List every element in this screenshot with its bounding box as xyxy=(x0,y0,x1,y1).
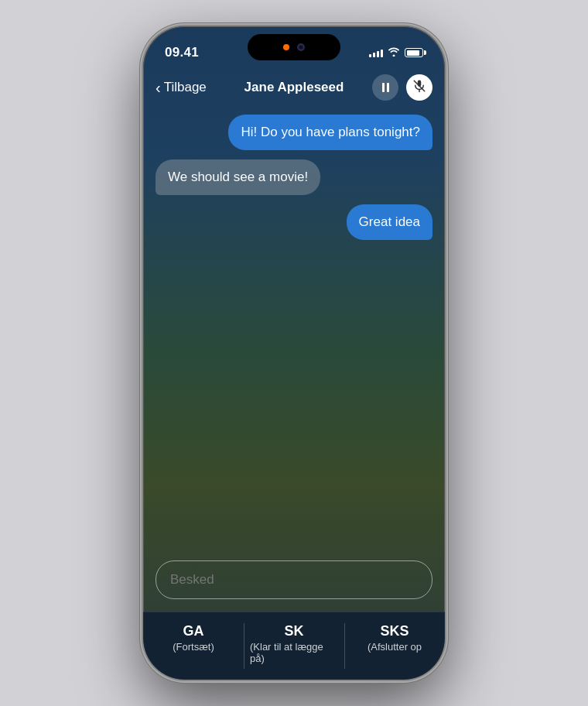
message-input[interactable] xyxy=(156,560,432,599)
back-chevron-icon: ‹ xyxy=(156,79,161,97)
phone-frame: 09.41 xyxy=(143,26,445,680)
pause-button[interactable] xyxy=(372,74,398,101)
dynamic-island xyxy=(248,34,340,60)
status-icons xyxy=(369,47,423,59)
action-sks[interactable]: SKS (Afslutter op xyxy=(344,612,445,680)
camera-indicator xyxy=(297,43,305,51)
message-text: Hi! Do you have plans tonight? xyxy=(241,125,420,139)
message-bubble: We should see a movie! xyxy=(156,159,320,195)
nav-actions xyxy=(372,74,432,101)
phone-screen: 09.41 xyxy=(143,26,445,680)
back-label: Tilbage xyxy=(164,80,207,95)
action-sk[interactable]: SK (Klar til at lægge på) xyxy=(244,612,344,680)
mute-button[interactable] xyxy=(406,74,432,101)
action-sks-abbr: SKS xyxy=(380,623,409,639)
bottom-actions-bar: GA (Fortsæt) SK (Klar til at lægge på) S… xyxy=(143,612,445,680)
mic-mute-icon xyxy=(412,79,426,96)
back-button[interactable]: ‹ Tilbage xyxy=(156,79,207,97)
action-ga[interactable]: GA (Fortsæt) xyxy=(143,612,244,680)
action-sk-abbr: SK xyxy=(284,623,303,639)
action-sk-label: (Klar til at lægge på) xyxy=(250,641,338,664)
battery-icon xyxy=(405,48,423,57)
message-text: We should see a movie! xyxy=(168,170,308,184)
status-time: 09.41 xyxy=(165,45,199,60)
wifi-icon xyxy=(388,47,400,59)
pause-icon xyxy=(382,83,389,92)
input-area xyxy=(143,551,445,612)
message-bubble: Hi! Do you have plans tonight? xyxy=(228,115,432,150)
nav-bar: ‹ Tilbage Jane Appleseed xyxy=(143,68,445,107)
message-bubble: Great idea xyxy=(347,204,432,240)
signal-icon xyxy=(369,48,383,57)
action-sks-label: (Afslutter op xyxy=(368,641,422,653)
messages-area: Hi! Do you have plans tonight? We should… xyxy=(143,107,445,551)
contact-name: Jane Appleseed xyxy=(244,80,344,95)
action-ga-abbr: GA xyxy=(183,623,204,639)
action-ga-label: (Fortsæt) xyxy=(173,641,214,653)
recording-indicator xyxy=(283,44,289,50)
status-bar: 09.41 xyxy=(143,26,445,68)
message-text: Great idea xyxy=(359,214,420,229)
